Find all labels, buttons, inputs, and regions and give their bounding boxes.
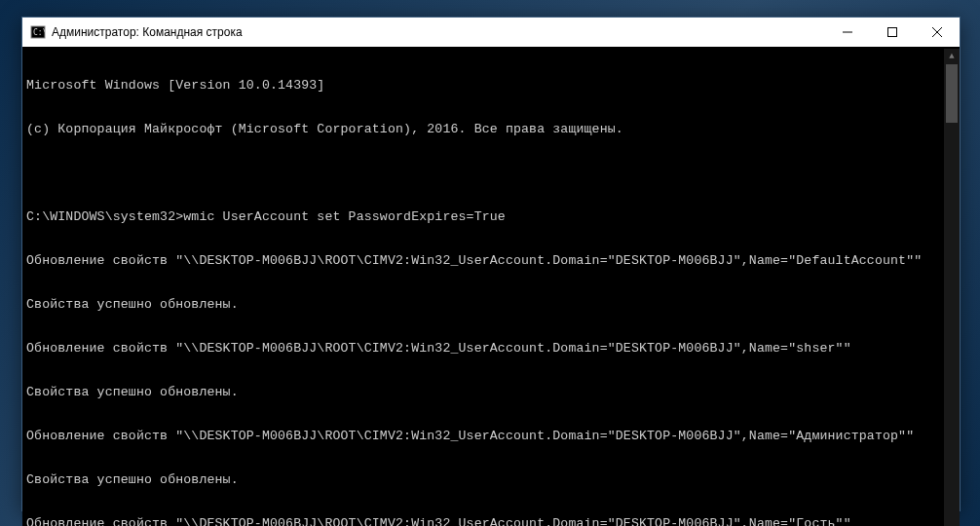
console-line: Свойства успешно обновлены. — [26, 297, 944, 312]
window-controls — [825, 18, 960, 47]
titlebar[interactable]: C:\ Администратор: Командная строка — [22, 18, 960, 47]
scroll-up-arrow[interactable]: ▲ — [944, 49, 960, 64]
console-line: Обновление свойств "\\DESKTOP-M006BJJ\RO… — [26, 429, 944, 443]
scrollbar-thumb[interactable] — [946, 64, 958, 123]
cmd-icon: C:\ — [30, 24, 46, 40]
console-line: Свойства успешно обновлены. — [26, 385, 944, 399]
console-line: C:\WINDOWS\system32>wmic UserAccount set… — [26, 209, 944, 224]
vertical-scrollbar[interactable]: ▲ ▼ — [944, 49, 960, 526]
window-title: Администратор: Командная строка — [52, 25, 825, 39]
minimize-button[interactable] — [825, 18, 870, 47]
svg-text:C:\: C:\ — [33, 28, 46, 37]
console-line: (c) Корпорация Майкрософт (Microsoft Cor… — [26, 122, 944, 136]
console-line: Обновление свойств "\\DESKTOP-M006BJJ\RO… — [26, 253, 944, 268]
svg-rect-3 — [888, 28, 897, 37]
console-line: Microsoft Windows [Version 10.0.14393] — [26, 78, 944, 93]
console-line: Обновление свойств "\\DESKTOP-M006BJJ\RO… — [26, 516, 944, 526]
console-area[interactable]: Microsoft Windows [Version 10.0.14393] (… — [22, 47, 960, 526]
close-button[interactable] — [915, 18, 960, 47]
console-line — [26, 166, 944, 180]
console-line: Свойства успешно обновлены. — [26, 472, 944, 487]
maximize-button[interactable] — [870, 18, 915, 47]
console-output: Microsoft Windows [Version 10.0.14393] (… — [26, 49, 944, 526]
console-line: Обновление свойств "\\DESKTOP-M006BJJ\RO… — [26, 341, 944, 356]
cmd-window: C:\ Администратор: Командная строка Micr… — [21, 17, 961, 511]
